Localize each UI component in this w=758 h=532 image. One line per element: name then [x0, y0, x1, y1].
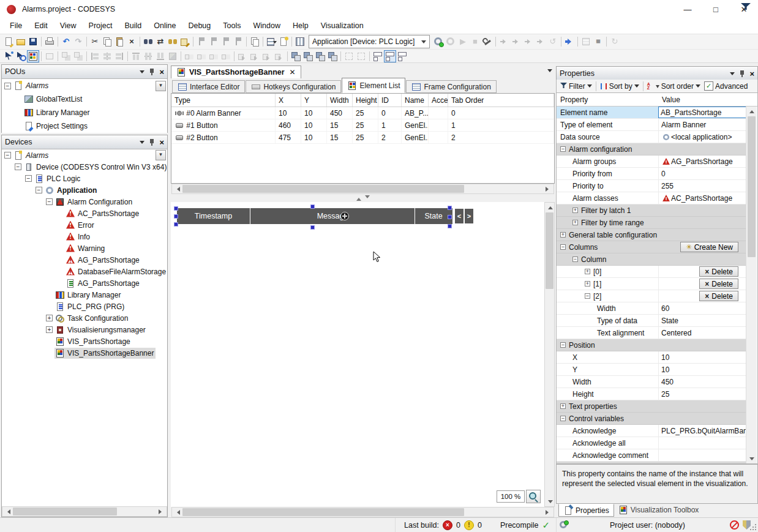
size-width-icon[interactable] [237, 51, 248, 62]
space-vertical-equal-icon[interactable] [220, 51, 231, 62]
ungroup-icon[interactable] [73, 51, 84, 62]
property-row-data-source[interactable]: Data source<local application> [557, 131, 747, 143]
property-row-acknowledge[interactable]: AcknowledgePLC_PRG.bQuitAlarmBanner [557, 425, 747, 437]
watch-icon[interactable]: ≡ [593, 36, 604, 47]
property-group-text-properties[interactable]: +Text properties [557, 400, 747, 413]
close-icon[interactable]: × [749, 70, 754, 78]
space-horizontal-equal-icon[interactable] [196, 51, 207, 62]
element-row[interactable]: #2 Button4751015252GenEl...2 [171, 132, 554, 144]
selection-handle[interactable] [448, 224, 452, 228]
properties-vertical-scrollbar[interactable] [746, 107, 757, 463]
tree-dropdown-icon[interactable]: ▾ [156, 150, 166, 160]
step-into-icon[interactable] [511, 36, 522, 47]
multiselect-icon[interactable] [343, 51, 355, 62]
breakpoint-icon[interactable] [482, 36, 493, 47]
canvas-horizontal-scrollbar[interactable] [171, 507, 554, 517]
resize-grip[interactable] [749, 523, 757, 531]
zoom-button[interactable] [526, 490, 541, 503]
expand-box[interactable]: − [15, 163, 21, 170]
bookmark-prev-icon[interactable] [208, 36, 219, 47]
property-value[interactable]: 255 [658, 180, 747, 192]
expand-box[interactable]: − [560, 342, 566, 348]
scroll-thumb[interactable] [182, 508, 464, 516]
property-value[interactable]: 25 [658, 388, 747, 400]
multiselect-all-icon[interactable] [356, 51, 367, 62]
subtab-frame-configuration[interactable]: Frame Configuration [406, 80, 496, 93]
zoom-level-value[interactable]: 100 % [497, 490, 525, 503]
menu-online[interactable]: Online [148, 18, 182, 34]
delete-button[interactable]: ×Delete [699, 266, 738, 277]
scroll-right-arrow[interactable] [543, 184, 553, 193]
property-value[interactable]: 10 [658, 351, 747, 363]
property-value[interactable] [658, 449, 747, 461]
tree-item-project-settings[interactable]: Project Settings [2, 119, 167, 133]
property-value[interactable]: ×Delete [658, 278, 747, 290]
property-value[interactable] [658, 229, 747, 241]
scroll-down-arrow[interactable] [545, 497, 555, 506]
filter-button[interactable]: Filter [558, 82, 594, 91]
property-value[interactable] [658, 462, 747, 463]
bottom-tab-properties[interactable]: Properties [558, 504, 614, 517]
expand-box[interactable]: − [46, 198, 53, 205]
menu-tools[interactable]: Tools [217, 18, 247, 34]
reset-icon[interactable]: ↺ [547, 36, 558, 47]
property-row-element-name[interactable]: Element nameAB_PartsShortage [557, 107, 747, 119]
alarm-banner-element[interactable]: TimestampMessageState [177, 208, 452, 224]
tree-item-info[interactable]: !Info [2, 231, 167, 242]
space-horizontal-icon[interactable] [184, 51, 195, 62]
scroll-down-arrow[interactable] [746, 454, 757, 463]
visualization-canvas[interactable]: TimestampMessageState < > 100 % [171, 202, 544, 507]
stop-icon[interactable]: ■ [470, 36, 481, 47]
tree-item-vis-partsshortagebanner[interactable]: VIS_PartsShortageBanner [2, 347, 167, 359]
expand-box[interactable]: + [572, 220, 578, 225]
tree-item-application[interactable]: −Application [2, 184, 167, 196]
save-icon[interactable] [28, 36, 39, 47]
column-header-height[interactable]: Height [353, 94, 378, 107]
selection-handle[interactable] [174, 214, 178, 219]
logout-icon[interactable] [445, 36, 456, 47]
tree-item-alarms[interactable]: −Alarms▾ [2, 149, 167, 161]
scroll-left-arrow[interactable] [2, 507, 13, 516]
expand-box[interactable]: + [46, 326, 53, 333]
application-combo[interactable]: Application [Device: PLC Logic] [309, 35, 430, 48]
send-to-back-icon[interactable] [327, 51, 338, 62]
delete-button[interactable]: ×Delete [699, 279, 738, 289]
element-center-marker-icon[interactable] [340, 212, 349, 220]
replace-in-project-icon[interactable] [179, 36, 190, 47]
tree-item-error[interactable]: !Error [2, 219, 167, 231]
step-over-icon[interactable] [498, 36, 509, 47]
tree-item-visualisierungsmanager[interactable]: +Visualisierungsmanager [2, 324, 167, 335]
property-value[interactable] [658, 204, 747, 216]
paste-icon[interactable] [114, 36, 125, 47]
layout-anchor-icon[interactable] [372, 51, 383, 62]
run-to-cursor-icon[interactable] [535, 36, 546, 47]
element-row[interactable]: #1 Button4601015251GenEl...1 [171, 119, 554, 132]
property-row-priority-from[interactable]: Priority from0 [557, 168, 747, 180]
tree-item-plc-logic[interactable]: −PLC Logic [2, 173, 167, 184]
panel-menu-icon[interactable] [140, 70, 144, 76]
property-row-height[interactable]: Height25 [557, 388, 747, 400]
splitter-down-icon[interactable] [365, 195, 370, 201]
paste-special-icon[interactable] [249, 36, 260, 47]
property-group-control-variables[interactable]: −Control variables [557, 413, 747, 425]
login-icon[interactable] [433, 36, 444, 47]
property-value[interactable] [658, 400, 747, 412]
delete-button[interactable]: ×Delete [699, 291, 738, 301]
column-header-id[interactable]: ID [378, 94, 402, 107]
tree-item-ag-partsshortage[interactable]: AG_PartsShortage [2, 277, 167, 289]
maximize-button[interactable]: □ [702, 0, 730, 18]
property-row-x[interactable]: X10 [557, 351, 747, 364]
size-both-icon[interactable] [261, 51, 272, 62]
subtab-hotkeys-configuration[interactable]: Hotkeys Configuration [246, 80, 341, 93]
property-value[interactable]: !AG_PartsShortage [658, 155, 747, 167]
expand-box[interactable]: − [25, 175, 32, 182]
column-header-name[interactable]: Name [402, 94, 429, 107]
copy-icon[interactable] [102, 36, 113, 47]
column-header-type[interactable]: Type [171, 94, 276, 107]
bring-forward-icon[interactable] [302, 51, 313, 62]
property-value[interactable] [658, 339, 747, 351]
property-group-filter-by-latch-1[interactable]: +Filter by latch 1 [557, 204, 747, 217]
property-group-handling-of-multiple-activ[interactable]: +Handling of multiple activ... [557, 462, 747, 463]
expand-box[interactable]: + [46, 315, 53, 321]
size-height-icon[interactable] [249, 51, 260, 62]
